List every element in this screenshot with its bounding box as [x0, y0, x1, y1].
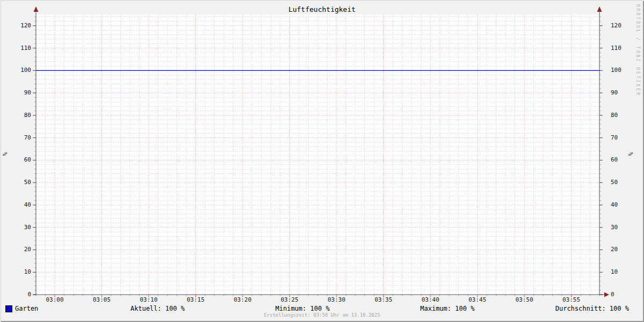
y-tick-label-left: 0: [15, 291, 31, 298]
stat-aktuell: Aktuell: 100 %: [130, 305, 185, 312]
y-tick-label-left: 40: [15, 202, 31, 208]
x-tick-label: 03:35: [372, 296, 396, 303]
y-tick-label-left: 60: [15, 157, 31, 163]
y-tick-label-right: 120: [611, 23, 627, 29]
x-tick-label: 03:00: [43, 296, 67, 303]
y-tick-label-right: 30: [611, 224, 627, 231]
y-tick-label-left: 110: [15, 45, 31, 52]
y-tick-label-left: 20: [15, 246, 31, 253]
y-tick-label-left: 90: [15, 90, 31, 96]
x-tick-label: 03:10: [137, 296, 160, 303]
page-title: Luftfeuchtigkeit: [0, 5, 644, 13]
y-tick-label-right: 20: [611, 246, 627, 253]
y-tick-label-left: 70: [15, 135, 31, 141]
y-tick-label-right: 110: [611, 45, 627, 52]
x-tick-label: 03:25: [278, 296, 302, 303]
y-tick-label-right: 0: [611, 291, 627, 298]
y-tick-label-left: 10: [15, 269, 31, 275]
x-tick-label: 03:55: [560, 296, 583, 303]
x-tick-label: 03:15: [184, 296, 208, 303]
y-tick-label-right: 100: [611, 67, 627, 74]
rrdtool-watermark: RRDTOOL / TOBI OETIKER: [635, 4, 640, 97]
y-tick-label-left: 50: [15, 179, 31, 186]
creation-timestamp: Erstellungszeit: 03:58 Uhr am 13.10.2025: [0, 312, 644, 318]
x-tick-label: 03:45: [466, 296, 489, 303]
x-tick-label: 03:30: [325, 296, 348, 303]
legend-series-name: Garten: [15, 305, 38, 312]
y-axis-unit-label-right: %: [627, 150, 635, 158]
x-tick-label: 03:05: [90, 296, 114, 303]
y-tick-label-right: 50: [611, 179, 627, 186]
x-tick-label: 03:20: [231, 296, 254, 303]
y-tick-label-left: 30: [15, 224, 31, 231]
y-tick-label-left: 80: [15, 112, 31, 119]
y-tick-label-right: 70: [611, 135, 627, 141]
stat-maximum: Maximum: 100 %: [420, 305, 474, 312]
y-tick-label-left: 100: [15, 67, 31, 74]
y-tick-label-right: 60: [611, 157, 627, 163]
y-tick-label-right: 40: [611, 202, 627, 208]
x-tick-label: 03:50: [513, 296, 536, 303]
y-tick-label-right: 80: [611, 112, 627, 119]
stat-minimum: Minimum: 100 %: [275, 305, 330, 312]
y-tick-label-right: 10: [611, 269, 627, 275]
chart-svg: [0, 0, 644, 322]
x-tick-label: 03:40: [419, 296, 442, 303]
legend-color-swatch: [5, 305, 12, 312]
y-tick-label-right: 90: [611, 90, 627, 96]
y-tick-label-left: 120: [15, 23, 31, 29]
y-axis-unit-label-left: %: [2, 150, 9, 158]
stat-durchschnitt: Durchschnitt: 100 %: [555, 305, 629, 312]
rrd-graph-window: Luftfeuchtigkeit % % 0102030405060708090…: [0, 0, 644, 322]
